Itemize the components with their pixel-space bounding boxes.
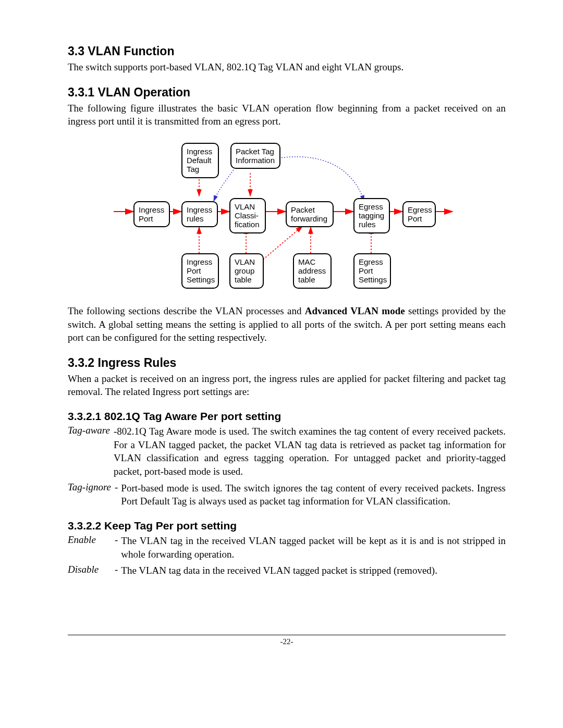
term-enable: Enable — [68, 534, 114, 561]
heading-3-3-2-2: 3.3.2.2 Keep Tag Per port setting — [68, 520, 506, 532]
box-ingress-port-settings: IngressPortSettings — [181, 253, 219, 289]
box-ingress-port: IngressPort — [133, 201, 170, 228]
box-ingress-default-tag: IngressDefaultTag — [181, 143, 219, 178]
box-packet-forwarding: Packetforwarding — [286, 201, 334, 228]
vlan-operation-diagram: IngressDefaultTag Packet TagInformation … — [104, 139, 443, 295]
def-enable: Enable - The VLAN tag in the received VL… — [68, 534, 506, 561]
body-enable: The VLAN tag in the received VLAN tagged… — [121, 534, 506, 561]
heading-3-3-2-1: 3.3.2.1 802.1Q Tag Aware Per port settin… — [68, 410, 506, 423]
body-tag-ignore: Port-based mode is used. The switch igno… — [121, 482, 506, 508]
para-3-3-2: When a packet is received on an ingress … — [68, 372, 506, 399]
heading-3-3: 3.3 VLAN Function — [68, 44, 506, 58]
para-3-3-1: The following figure illustrates the bas… — [68, 102, 506, 128]
term-disable: Disable — [68, 564, 114, 577]
page-number: -22- — [68, 635, 506, 646]
box-egress-port: EgressPort — [402, 201, 436, 228]
heading-3-3-1: 3.3.1 VLAN Operation — [68, 85, 506, 100]
def-tag-aware: Tag-aware -802.1Q Tag Aware mode is used… — [68, 425, 506, 478]
box-mac-address-table: MACaddresstable — [293, 253, 332, 289]
term-tag-ignore: Tag-ignore — [68, 482, 114, 508]
box-vlan-group-table: VLANgrouptable — [229, 253, 264, 289]
box-packet-tag-info: Packet TagInformation — [230, 143, 280, 169]
heading-3-3-2: 3.3.2 Ingress Rules — [68, 356, 506, 370]
box-ingress-rules: Ingressrules — [181, 201, 218, 228]
body-disable: The VLAN tag data in the received VLAN t… — [121, 564, 506, 577]
box-vlan-classification: VLANClassi-fication — [229, 198, 266, 233]
def-disable: Disable - The VLAN tag data in the recei… — [68, 564, 506, 577]
body-tag-aware: -802.1Q Tag Aware mode is used. The swit… — [114, 425, 506, 478]
term-tag-aware: Tag-aware — [68, 425, 114, 478]
para-3-3: The switch supports port-based VLAN, 802… — [68, 60, 506, 74]
box-egress-tagging-rules: Egresstaggingrules — [353, 198, 390, 233]
para-3-3-1b: The following sections describe the VLAN… — [68, 304, 506, 344]
def-tag-ignore: Tag-ignore - Port-based mode is used. Th… — [68, 482, 506, 508]
box-egress-port-settings: EgressPortSettings — [353, 253, 391, 289]
